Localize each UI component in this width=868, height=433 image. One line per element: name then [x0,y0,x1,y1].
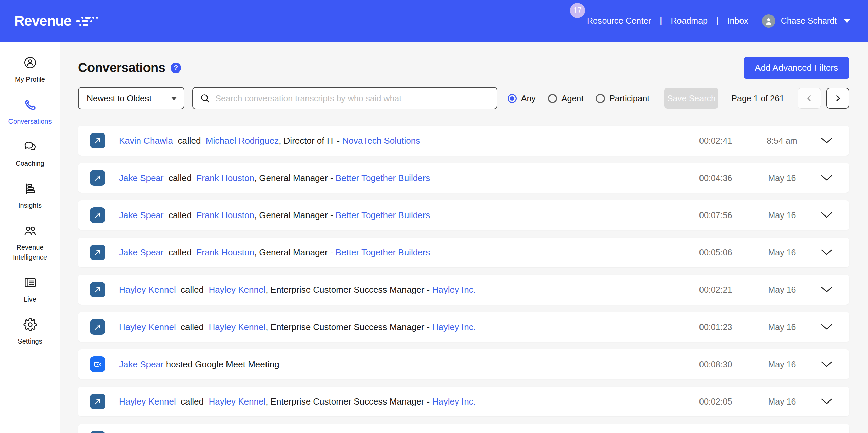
conversation-text-part: called [164,247,197,257]
conversation-meta: 00:01:23 May 16 [699,322,833,332]
add-advanced-filters-button[interactable]: Add Advanced Filters [744,57,849,79]
conversation-link[interactable]: Hayley Kennel [209,285,265,295]
search-box [192,87,497,109]
conversation-row[interactable]: Hayley Kennel called Hayley Kennel, Ente… [78,312,849,342]
radio-any[interactable]: Any [508,94,536,103]
app-logo-text: Revenue [14,13,71,29]
conversation-text-part: called [176,396,209,407]
sidebar-item-insights[interactable]: Insights [0,182,60,210]
nav-inbox[interactable]: Inbox [727,16,748,26]
conversation-text-part: hosted Google Meet Meeting [164,359,279,369]
conversation-link[interactable]: NovaTech Solutions [342,136,420,146]
conversation-link[interactable]: Better Together Builders [336,173,430,183]
conversation-row[interactable]: Kavin Chawla called Michael Rodriguez, D… [78,126,849,156]
chevron-down-icon [821,324,833,330]
previous-page-button[interactable] [798,88,821,109]
conversation-row[interactable]: Hayley Kennel called Hayley Kennel, Ente… [78,387,849,416]
sort-dropdown[interactable]: Newest to Oldest [78,87,184,109]
sidebar-item-conversations[interactable]: Conversations [0,98,60,126]
radio-label: Any [521,94,536,103]
call-date: May 16 [761,248,803,257]
conversation-link[interactable]: Better Together Builders [336,247,430,257]
chevron-down-icon [821,137,833,144]
expand-row-button[interactable] [820,285,833,294]
conversation-link[interactable]: Jake Spear [119,359,164,369]
outbound-call-icon [90,245,105,260]
chevron-right-icon [833,93,842,103]
conversation-row[interactable] [78,424,849,433]
chat-bubbles-icon [23,140,37,153]
nav-divider: | [716,16,719,26]
call-date: May 16 [761,285,803,295]
conversation-row[interactable]: Jake Spear called Frank Houston, General… [78,163,849,193]
app-logo[interactable]: Revenue [14,13,98,29]
search-input[interactable] [215,94,490,103]
outbound-call-icon [90,319,105,335]
conversation-link[interactable]: Hayley Kennel [119,322,176,332]
radio-button[interactable] [508,94,517,103]
expand-row-button[interactable] [820,173,833,182]
conversation-text-part: , General Manager - [254,173,336,183]
conversation-row[interactable]: Jake Spear called Frank Houston, General… [78,238,849,267]
expand-row-button[interactable] [820,136,833,145]
sidebar-item-live[interactable]: Live [0,276,60,304]
expand-row-button[interactable] [820,323,833,331]
conversation-link[interactable]: Hayley Inc. [432,322,476,332]
conversation-link[interactable]: Hayley Kennel [209,396,265,407]
user-menu[interactable]: Chase Schardt [781,16,837,26]
conversation-text: Hayley Kennel called Hayley Kennel, Ente… [119,396,476,407]
conversation-link[interactable]: Better Together Builders [336,210,430,220]
conversation-text-part: , General Manager - [254,210,336,220]
help-icon[interactable]: ? [171,63,181,73]
conversation-text: Jake Spear called Frank Houston, General… [119,210,430,221]
call-date: 8:54 am [761,136,803,146]
save-search-button[interactable]: Save Search [664,88,718,109]
sidebar-item-settings[interactable]: Settings [0,318,60,346]
table-icon [23,276,37,289]
radio-button[interactable] [548,94,557,103]
conversation-row[interactable]: Hayley Kennel called Hayley Kennel, Ente… [78,275,849,305]
conversation-link[interactable]: Jake Spear [119,247,164,257]
call-duration: 00:02:05 [699,397,740,407]
sidebar-item-revenue-intelligence[interactable]: Revenue Intelligence [0,224,60,262]
conversation-link[interactable]: Hayley Kennel [119,396,176,407]
app-logo-icon [76,17,98,26]
call-duration: 00:08:30 [699,359,740,369]
expand-row-button[interactable] [820,211,833,220]
sidebar-item-my-profile[interactable]: My Profile [0,56,60,84]
expand-row-button[interactable] [820,248,833,257]
outbound-call-icon [90,170,105,186]
nav-roadmap[interactable]: Roadmap [671,16,708,26]
radio-participant[interactable]: Participant [596,94,649,103]
user-avatar[interactable] [762,14,775,28]
conversation-link[interactable]: Frank Houston [196,173,254,183]
chevron-down-icon [821,286,833,293]
expand-row-button[interactable] [820,397,833,406]
conversation-meta: 00:02:05 May 16 [699,397,833,407]
conversation-row[interactable]: Jake Spear hosted Google Meet Meeting 00… [78,349,849,379]
expand-row-button[interactable] [820,360,833,369]
conversation-link[interactable]: Hayley Inc. [432,396,476,407]
conversation-link[interactable]: Kavin Chawla [119,136,173,146]
conversation-link[interactable]: Hayley Kennel [209,322,265,332]
nav-resource-center[interactable]: 17 Resource Center [587,16,651,26]
conversation-link[interactable]: Jake Spear [119,173,164,183]
notification-badge: 17 [570,3,585,18]
radio-button[interactable] [596,94,605,103]
conversation-link[interactable]: Frank Houston [196,247,254,257]
conversation-meta: 00:04:36 May 16 [699,173,833,183]
sidebar-item-coaching[interactable]: Coaching [0,140,60,168]
conversation-link[interactable]: Michael Rodriguez [206,136,279,146]
call-duration: 00:02:41 [699,136,740,146]
conversation-text-part: called [173,136,206,146]
conversation-link[interactable]: Jake Spear [119,210,164,220]
radio-agent[interactable]: Agent [548,94,584,103]
conversation-link[interactable]: Hayley Inc. [432,285,476,295]
conversation-row[interactable]: Jake Spear called Frank Houston, General… [78,200,849,230]
conversation-link[interactable]: Frank Houston [196,210,254,220]
conversation-link[interactable]: Hayley Kennel [119,285,176,295]
radio-label: Participant [609,94,649,103]
chevron-down-icon [171,97,177,100]
call-date: May 16 [761,210,803,220]
next-page-button[interactable] [826,88,849,109]
